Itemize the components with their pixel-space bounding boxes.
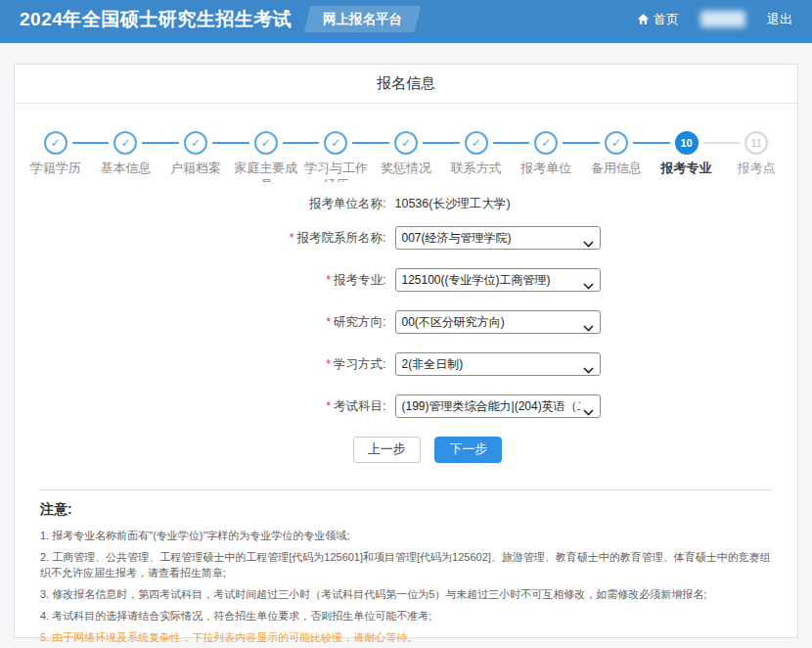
- notes-title: 注意:: [40, 501, 772, 519]
- step-label: 联系方式: [441, 160, 512, 176]
- step-circle: ✓: [324, 131, 347, 155]
- step-circle-pending: 11: [744, 131, 768, 155]
- step-circle: ✓: [605, 131, 628, 155]
- step-circle-current: 10: [675, 131, 699, 155]
- department-select[interactable]: 007(经济与管理学院): [395, 226, 601, 250]
- check-icon: ✓: [51, 137, 61, 149]
- check-icon: ✓: [120, 137, 130, 149]
- user-name-blurred: [700, 11, 745, 27]
- page-title: 报名信息: [15, 65, 797, 104]
- check-icon: ✓: [331, 137, 340, 149]
- step-circle: ✓: [254, 131, 278, 155]
- form-buttons: 上一步 下一步: [15, 437, 797, 463]
- required-asterisk: *: [326, 357, 331, 371]
- note-item-1: 1. 报考专业名称前面有"(专业学位)"字样的为专业学位的专业领域;: [40, 528, 772, 543]
- step-contact: ✓ 联系方式: [441, 131, 512, 182]
- check-icon: ✓: [541, 137, 551, 149]
- note-item-5-warning: 5. 由于网络环境及系统复杂性，下拉列表内容显示的可能比较慢，请耐心等待。: [40, 629, 772, 645]
- department-label: 报考院系所名称:: [297, 231, 386, 245]
- registration-card: 报名信息 ✓ 学籍学历 ✓ 基本信息 ✓ 户籍档案 ✓ 家庭主要成员 ✓ 学习与…: [14, 64, 798, 638]
- step-number: 11: [751, 138, 762, 149]
- app-title: 2024年全国硕士研究生招生考试: [20, 7, 292, 32]
- step-backup-info: ✓ 备用信息: [581, 131, 652, 182]
- required-asterisk: *: [326, 315, 331, 329]
- research-direction-label: 研究方向:: [334, 315, 385, 329]
- step-family: ✓ 家庭主要成员: [231, 131, 301, 182]
- step-circle: ✓: [113, 131, 137, 155]
- step-label: 学习与工作经历: [301, 160, 372, 182]
- major-select[interactable]: 125100((专业学位)工商管理): [395, 268, 601, 292]
- required-asterisk: *: [326, 399, 331, 413]
- note-item-2: 2. 工商管理、公共管理、工程管理硕士中的工程管理[代码为125601]和项目管…: [40, 549, 772, 580]
- previous-step-button[interactable]: 上一步: [353, 437, 421, 463]
- note-item-4: 4. 考试科目的选择请结合实际情况，符合招生单位要求，否则招生单位可能不准考;: [40, 608, 772, 624]
- step-label: 报考单位: [511, 160, 581, 176]
- unit-name-label: 报考单位名称:: [212, 196, 386, 212]
- form-row-study-mode: *学习方式: 2(非全日制): [15, 352, 797, 376]
- required-asterisk: *: [290, 231, 294, 245]
- notes-section: 注意: 1. 报考专业名称前面有"(专业学位)"字样的为专业学位的专业领域; 2…: [15, 490, 797, 645]
- step-education: ✓ 学籍学历: [21, 131, 91, 182]
- step-basic-info: ✓ 基本信息: [91, 131, 161, 182]
- study-mode-select[interactable]: 2(非全日制): [395, 352, 601, 376]
- platform-badge: 网上报名平台: [304, 6, 422, 32]
- note-item-3: 3. 修改报名信息时，第四考试科目，考试时间超过三小时（考试科目代码第一位为5）…: [40, 586, 772, 602]
- form-row-unit: 报考单位名称: 10536(长沙理工大学): [15, 196, 797, 212]
- step-circle: ✓: [394, 131, 418, 155]
- form-row-exam-subjects: *考试科目: (199)管理类综合能力|(204)英语（二） |(-...: [15, 394, 797, 418]
- check-icon: ✓: [401, 137, 411, 149]
- home-icon: [637, 13, 650, 25]
- step-household: ✓ 户籍档案: [160, 131, 231, 182]
- step-circle: ✓: [44, 131, 68, 155]
- header-actions: 首页 退出: [637, 11, 792, 28]
- form-row-major: *报考专业: 125100((专业学位)工商管理): [15, 268, 797, 292]
- major-form: 报考单位名称: 10536(长沙理工大学) *报考院系所名称: 007(经济与管…: [15, 196, 797, 463]
- research-direction-select[interactable]: 00(不区分研究方向): [395, 310, 601, 334]
- step-label: 家庭主要成员: [231, 160, 301, 182]
- step-work-study: ✓ 学习与工作经历: [301, 131, 372, 182]
- logout-link[interactable]: 退出: [767, 11, 792, 28]
- home-link[interactable]: 首页: [637, 11, 679, 28]
- check-icon: ✓: [611, 137, 621, 149]
- check-icon: ✓: [472, 137, 481, 149]
- major-label: 报考专业:: [334, 273, 385, 287]
- step-circle: ✓: [184, 131, 207, 155]
- study-mode-label: 学习方式:: [334, 357, 385, 371]
- step-target-unit: ✓ 报考单位: [511, 131, 581, 182]
- step-progress-bar: ✓ 学籍学历 ✓ 基本信息 ✓ 户籍档案 ✓ 家庭主要成员 ✓ 学习与工作经历 …: [15, 131, 797, 182]
- check-icon: ✓: [261, 137, 271, 149]
- required-asterisk: *: [326, 273, 331, 287]
- step-label: 基本信息: [91, 160, 161, 176]
- step-circle: ✓: [534, 131, 558, 155]
- step-exam-site: 11 报考点: [721, 131, 791, 182]
- next-step-button[interactable]: 下一步: [434, 437, 502, 463]
- step-label: 报考专业: [652, 160, 722, 176]
- step-label: 户籍档案: [160, 160, 231, 176]
- step-major: 10 报考专业: [652, 131, 722, 182]
- exam-subjects-label: 考试科目:: [334, 399, 385, 413]
- step-label: 学籍学历: [21, 160, 91, 176]
- step-number: 10: [680, 138, 692, 149]
- step-label: 报考点: [721, 160, 791, 176]
- check-icon: ✓: [191, 137, 201, 149]
- step-label: 备用信息: [581, 160, 652, 176]
- step-rewards: ✓ 奖惩情况: [371, 131, 441, 182]
- step-label: 奖惩情况: [371, 160, 441, 176]
- exam-subjects-select[interactable]: (199)管理类综合能力|(204)英语（二） |(-...: [395, 394, 601, 418]
- unit-name-value: 10536(长沙理工大学): [395, 196, 601, 212]
- home-label: 首页: [654, 11, 679, 28]
- form-row-department: *报考院系所名称: 007(经济与管理学院): [15, 226, 797, 250]
- app-header: 2024年全国硕士研究生招生考试 网上报名平台 首页 退出: [0, 0, 812, 43]
- form-row-research-direction: *研究方向: 00(不区分研究方向): [15, 310, 797, 334]
- step-circle: ✓: [465, 131, 488, 155]
